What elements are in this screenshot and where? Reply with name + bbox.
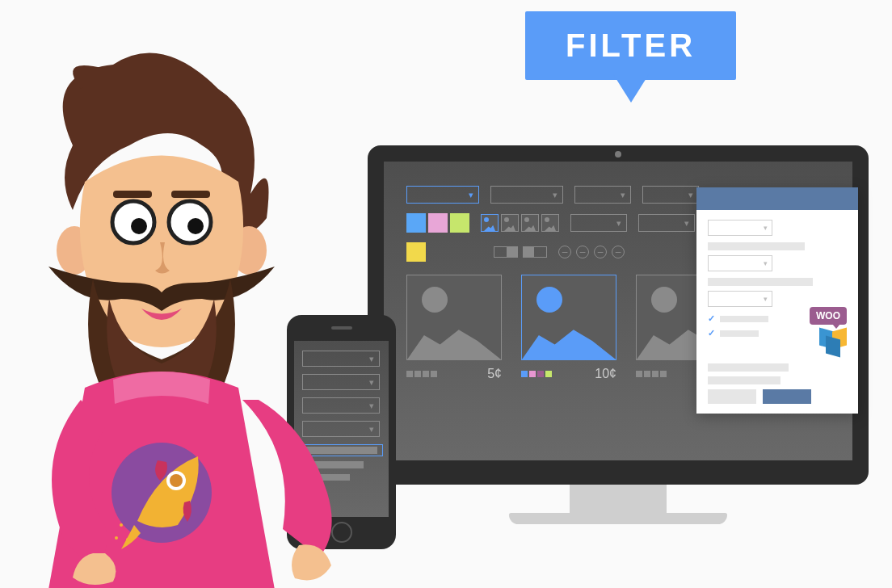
thumbnail-option[interactable] [481, 214, 499, 232]
panel-bar [708, 363, 789, 372]
panel-dropdown[interactable]: ▾ [708, 255, 772, 271]
panel-buttons [708, 389, 847, 404]
chevron-down-icon: ▾ [369, 354, 374, 364]
thumbnail-group [481, 214, 559, 232]
radio-option[interactable]: – [594, 246, 607, 258]
chevron-down-icon: ▾ [369, 377, 374, 388]
panel-header [696, 187, 858, 210]
dropdown-filter[interactable]: ▾ [490, 186, 563, 204]
color-swatch[interactable] [428, 213, 448, 233]
chevron-down-icon: ▾ [684, 218, 689, 229]
color-swatch[interactable] [406, 213, 426, 233]
radio-option[interactable]: – [558, 246, 571, 258]
product-card[interactable]: 10¢ [521, 275, 616, 381]
product-swatches [521, 371, 552, 377]
radio-group: – – – – [558, 246, 625, 258]
visual-composer-logo-icon [819, 330, 847, 357]
chevron-down-icon: ▾ [469, 190, 473, 200]
thumbnail-option[interactable] [541, 214, 559, 232]
svg-point-3 [131, 218, 147, 234]
svg-point-13 [115, 536, 118, 540]
dropdown-filter[interactable]: ▾ [406, 186, 479, 204]
svg-point-10 [170, 474, 183, 487]
woocommerce-logo-icon: WOO [810, 307, 847, 325]
dropdown-filter[interactable]: ▾ [642, 186, 699, 204]
color-swatch-group [406, 213, 469, 233]
dropdown-filter[interactable]: ▾ [574, 186, 631, 204]
monitor-stand [570, 485, 667, 513]
filter-panel: ▾ ▾ ▾ WOO [696, 187, 858, 414]
panel-apply-button[interactable] [763, 389, 811, 404]
panel-bar [708, 242, 805, 250]
panel-dropdown[interactable]: ▾ [708, 220, 772, 236]
callout-tail [613, 74, 649, 103]
filter-callout: FILTER [525, 11, 736, 80]
thumbnail-option[interactable] [501, 214, 519, 232]
svg-point-5 [187, 218, 204, 234]
chevron-down-icon: ▾ [764, 224, 768, 232]
webcam-icon [615, 151, 621, 158]
chevron-down-icon: ▾ [553, 190, 558, 200]
chevron-down-icon: ▾ [369, 401, 374, 411]
product-swatches [636, 371, 667, 377]
svg-rect-7 [171, 191, 210, 198]
filter-label: FILTER [525, 11, 736, 80]
toggle-switch[interactable] [523, 246, 547, 258]
chevron-down-icon: ▾ [764, 295, 768, 303]
radio-option[interactable]: – [612, 246, 625, 258]
chevron-down-icon: ▾ [764, 259, 768, 267]
chevron-down-icon: ▾ [688, 190, 693, 200]
product-swatches [406, 371, 437, 377]
panel-bar [708, 278, 813, 286]
radio-option[interactable]: – [576, 246, 589, 258]
toggle-switch[interactable] [494, 246, 518, 258]
panel-cancel-button[interactable] [708, 389, 756, 404]
color-swatch[interactable] [406, 242, 426, 262]
thumbnail-option[interactable] [521, 214, 539, 232]
color-swatch-group [406, 242, 426, 262]
color-swatch[interactable] [450, 213, 469, 233]
product-image-icon [406, 275, 502, 360]
product-price: 5¢ [487, 367, 502, 381]
product-price: 10¢ [595, 367, 616, 381]
product-image-icon [521, 275, 616, 360]
toggle-group [494, 246, 547, 258]
mascot-character [0, 40, 339, 588]
product-card[interactable]: 5¢ [406, 275, 502, 381]
svg-point-11 [120, 523, 123, 527]
chevron-down-icon: ▾ [369, 424, 374, 435]
panel-bar [708, 376, 780, 384]
dropdown-filter[interactable]: ▾ [638, 214, 695, 232]
chevron-down-icon: ▾ [621, 190, 625, 200]
svg-point-12 [126, 538, 129, 541]
panel-dropdown[interactable]: ▾ [708, 291, 772, 307]
chevron-down-icon: ▾ [616, 218, 621, 229]
svg-rect-6 [113, 191, 152, 198]
dropdown-filter[interactable]: ▾ [570, 214, 627, 232]
monitor-base [509, 513, 727, 524]
